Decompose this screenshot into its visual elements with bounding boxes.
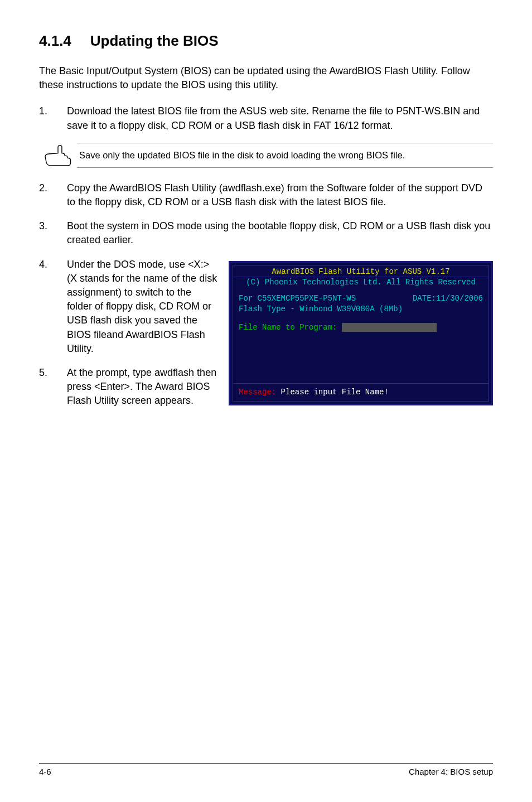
step-text: Download the latest BIOS file from the A… (67, 104, 493, 132)
bios-flash-screenshot: AwardBIOS Flash Utility for ASUS V1.17 (… (229, 261, 493, 406)
note-text: Save only the updated BIOS file in the d… (77, 143, 493, 168)
step-text: Boot the system in DOS mode using the bo… (67, 219, 493, 247)
page-footer: 4-6 Chapter 4: BIOS setup (39, 763, 493, 776)
note-row: Save only the updated BIOS file in the d… (39, 143, 493, 168)
section-heading: 4.1.4Updating the BIOS (39, 32, 493, 50)
list-item: 3. Boot the system in DOS mode using the… (39, 219, 493, 247)
step-number: 1. (39, 104, 67, 132)
screenshot-file-prompt: File Name to Program: (239, 323, 337, 332)
step-text: At the prompt, type awdflash then press … (67, 366, 217, 408)
pointing-hand-icon (39, 143, 77, 167)
step-number: 3. (39, 219, 67, 247)
screenshot-message-label: Message: (239, 388, 276, 397)
list-item: 5. At the prompt, type awdflash then pre… (39, 366, 217, 408)
step-number: 2. (39, 181, 67, 209)
screenshot-input-field (342, 323, 437, 332)
screenshot-date: DATE:11/30/2006 (413, 293, 483, 304)
steps-list-1: 1. Download the latest BIOS file from th… (39, 104, 493, 132)
intro-paragraph: The Basic Input/Output System (BIOS) can… (39, 64, 493, 92)
screenshot-header-1: AwardBIOS Flash Utility for ASUS V1.17 (233, 265, 489, 278)
list-item: 4. Under the DOS mode, use <X:> (X stand… (39, 258, 217, 356)
step-text: Under the DOS mode, use <X:> (X stands f… (67, 258, 217, 356)
page-number: 4-6 (39, 767, 51, 776)
screenshot-message-text: Please input File Name! (276, 388, 389, 397)
step-number: 5. (39, 366, 67, 408)
section-number: 4.1.4 (39, 32, 71, 50)
steps-list-3: 4. Under the DOS mode, use <X:> (X stand… (39, 258, 217, 408)
step-number: 4. (39, 258, 67, 356)
screenshot-for-line: For C55XEMCP55PXE-P5NT-WS (239, 293, 356, 304)
screenshot-header-2: (C) Phoenix Technologies Ltd. All Rights… (233, 277, 489, 289)
steps-list-2: 2. Copy the AwardBIOS Flash Utility (awd… (39, 181, 493, 248)
step-text: Copy the AwardBIOS Flash Utility (awdfla… (67, 181, 493, 209)
screenshot-flash-type: Flash Type - Winbond W39V080A (8Mb) (239, 304, 483, 315)
list-item: 2. Copy the AwardBIOS Flash Utility (awd… (39, 181, 493, 209)
chapter-label: Chapter 4: BIOS setup (409, 767, 493, 776)
list-item: 1. Download the latest BIOS file from th… (39, 104, 493, 132)
section-title: Updating the BIOS (90, 32, 219, 49)
